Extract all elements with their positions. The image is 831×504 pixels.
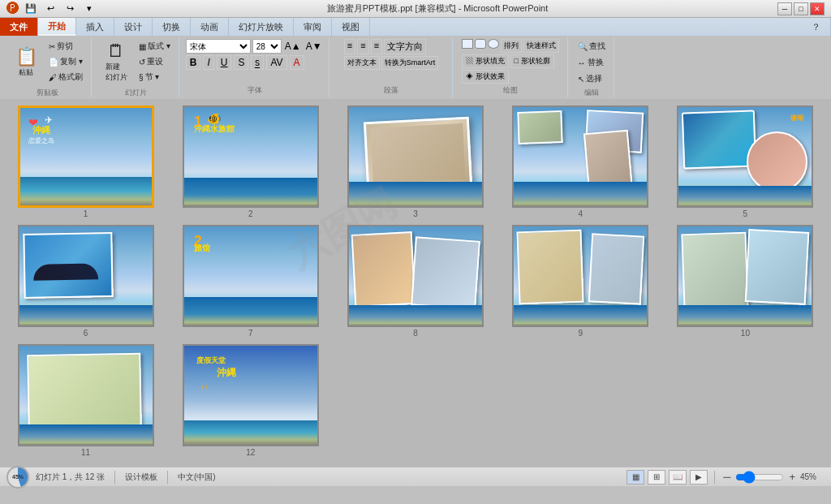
quick-dropdown[interactable]: ▾ [81, 2, 97, 16]
separator-1 [114, 471, 115, 484]
font-content: 宋体 28 A▲ A▼ B I U S s̲ AV A [186, 39, 324, 84]
tab-design[interactable]: 设计 [114, 18, 153, 36]
reading-view-button[interactable]: 📖 [669, 470, 687, 485]
zoom-slider[interactable] [735, 472, 784, 482]
paste-button[interactable]: 📋 粘贴 [8, 39, 44, 86]
shape-circle[interactable] [488, 39, 499, 49]
slide-thumb-6[interactable]: 伪虎鲸 [18, 225, 154, 327]
slide-thumb-7[interactable]: 2 旅馆 [183, 225, 319, 327]
normal-view-button[interactable]: ▦ [626, 470, 644, 485]
drawing-content: 排列 快速样式 ▧ 形状填充 □ 形状轮廓 ◈ 形状效果 [462, 39, 559, 84]
clipboard-label: 剪贴板 [37, 86, 58, 98]
font-size-select[interactable]: 28 [252, 39, 282, 54]
zoom-plus[interactable]: + [787, 471, 797, 483]
title-bar-left: 🅟 💾 ↩ ↪ ▾ [6, 2, 97, 16]
find-button[interactable]: 🔍查找 [575, 39, 609, 54]
align-left-button[interactable]: ≡ [344, 39, 355, 54]
increase-font-button[interactable]: A▲ [283, 41, 303, 52]
slide-item-2[interactable]: 1 🐠 沖縄水族館 2 [171, 106, 329, 218]
slide-item-7[interactable]: 2 旅馆 7 [171, 225, 329, 338]
reset-button[interactable]: ↺重设 [136, 54, 174, 69]
shadow-button[interactable]: s̲ [251, 55, 264, 70]
window-controls[interactable]: ─ □ ✕ [777, 2, 825, 15]
font-family-select[interactable]: 宋体 [186, 39, 251, 54]
separator-2 [167, 471, 168, 484]
slide-item-12[interactable]: 度假天堂 沖縄 ♪♪ 12 [171, 344, 329, 457]
italic-button[interactable]: I [203, 55, 213, 70]
text-direction-button[interactable]: 文字方向 [384, 39, 426, 54]
char-spacing-button[interactable]: AV [266, 55, 286, 70]
zoom-minus[interactable]: ─ [721, 471, 732, 483]
align-center-button[interactable]: ≡ [357, 39, 368, 54]
slide-item-6[interactable]: 伪虎鲸 6 [6, 225, 165, 338]
tab-review[interactable]: 审阅 [294, 18, 332, 36]
tab-insert[interactable]: 插入 [76, 18, 114, 36]
paragraph-content: ≡ ≡ ≡ 文字方向 对齐文本 转换为SmartArt [344, 39, 439, 84]
tab-home[interactable]: 开始 [38, 18, 76, 36]
slide-thumb-3[interactable] [347, 106, 484, 208]
slides-group: 🗒 新建幻灯片 ▦版式 ▾ ↺重设 §节 ▾ 幻灯片 [93, 37, 179, 97]
help-icon[interactable]: ？ [802, 18, 831, 36]
slide-item-3[interactable]: 3 [336, 106, 494, 218]
slide-thumb-12[interactable]: 度假天堂 沖縄 ♪♪ [183, 344, 319, 446]
decrease-font-button[interactable]: A▼ [304, 41, 324, 52]
font-color-button[interactable]: A [290, 55, 304, 70]
new-slide-button[interactable]: 🗒 新建幻灯片 [98, 39, 134, 86]
shape-rounded[interactable] [475, 39, 486, 49]
tab-slideshow[interactable]: 幻灯片放映 [229, 18, 294, 36]
clipboard-group: 📋 粘贴 ✂剪切 📄复制 ▾ 🖌格式刷 剪贴板 [3, 37, 92, 97]
slide-thumb-8[interactable] [347, 225, 484, 327]
tab-animation[interactable]: 动画 [191, 18, 229, 36]
slideshow-button[interactable]: ▶ [690, 470, 708, 485]
tab-file[interactable]: 文件 [0, 18, 38, 36]
quick-styles-button[interactable]: 快速样式 [523, 39, 559, 53]
minimize-button[interactable]: ─ [777, 2, 792, 15]
slide-item-5[interactable]: 珊瑚 蝴蝶鱼 5 [666, 106, 825, 218]
shape-outline-button[interactable]: □ 形状轮廓 [510, 54, 554, 68]
slide-thumb-10[interactable] [677, 225, 813, 327]
slide-thumb-11[interactable] [18, 344, 154, 446]
section-button[interactable]: §节 ▾ [136, 70, 174, 84]
slide-thumb-2[interactable]: 1 🐠 沖縄水族館 [183, 106, 319, 208]
theme-info: 设计模板 [125, 472, 157, 483]
close-button[interactable]: ✕ [810, 2, 825, 15]
bold-button[interactable]: B [186, 55, 201, 70]
format-painter-button[interactable]: 🖌格式刷 [45, 70, 86, 84]
replace-button[interactable]: ↔替换 [575, 55, 607, 70]
slide-item-11[interactable]: 11 [6, 344, 165, 457]
window-title: 旅游蜜月PPT模板.ppt [兼容模式] - Microsoft PowerPo… [97, 2, 777, 15]
smartart-button[interactable]: 转换为SmartArt [381, 56, 439, 70]
slide-item-1[interactable]: ❤ ✈ 沖縄 恋爱之岛 1 [6, 106, 165, 218]
slide-item-8[interactable]: 8 [336, 225, 494, 338]
cut-button[interactable]: ✂剪切 [45, 39, 86, 54]
underline-button[interactable]: U [217, 55, 232, 70]
shape-fill-button[interactable]: ▧ 形状填充 [462, 54, 509, 68]
tab-view[interactable]: 视图 [332, 18, 370, 36]
select-button[interactable]: ↖选择 [575, 71, 605, 86]
slide-thumb-5[interactable]: 珊瑚 蝴蝶鱼 [677, 106, 813, 208]
font-group: 宋体 28 A▲ A▼ B I U S s̲ AV A 字体 [181, 37, 329, 97]
slide-item-9[interactable]: ♪ 9 [502, 225, 660, 338]
slide-sorter-button[interactable]: ⊞ [648, 470, 665, 485]
slide-thumb-4[interactable] [512, 106, 648, 208]
copy-button[interactable]: 📄复制 ▾ [45, 54, 86, 69]
slide-num-5: 5 [743, 209, 748, 218]
tab-transition[interactable]: 切换 [153, 18, 191, 36]
align-top-button[interactable]: 对齐文本 [344, 56, 380, 70]
arrange-button[interactable]: 排列 [501, 39, 522, 53]
clipboard-content: 📋 粘贴 ✂剪切 📄复制 ▾ 🖌格式刷 [8, 39, 86, 86]
quick-redo[interactable]: ↪ [62, 2, 78, 16]
quick-undo[interactable]: ↩ [42, 2, 58, 16]
slide-item-4[interactable]: 4 [502, 106, 660, 218]
slide-item-10[interactable]: 10 [666, 225, 825, 338]
slide-thumb-9[interactable]: ♪ [512, 225, 648, 327]
quick-save[interactable]: 💾 [23, 2, 39, 16]
slide-thumb-1[interactable]: ❤ ✈ 沖縄 恋爱之岛 [18, 106, 154, 208]
shape-rect[interactable] [462, 39, 473, 49]
shape-effect-button[interactable]: ◈ 形状效果 [462, 70, 509, 84]
maximize-button[interactable]: □ [794, 2, 808, 15]
ribbon-tabs: 文件 开始 插入 设计 切换 动画 幻灯片放映 审阅 视图 ？ [0, 18, 831, 36]
align-right-button[interactable]: ≡ [371, 39, 382, 54]
strikethrough-button[interactable]: S [234, 55, 248, 70]
layout-button[interactable]: ▦版式 ▾ [136, 39, 174, 54]
